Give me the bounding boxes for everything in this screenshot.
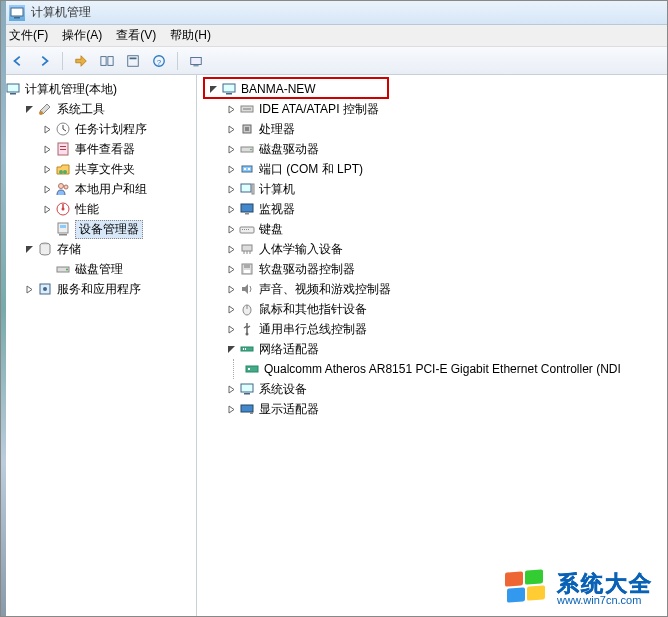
toolbar: ? (1, 47, 667, 75)
help-button[interactable]: ? (148, 50, 170, 72)
tree-device-manager[interactable]: 设备管理器 (37, 219, 196, 239)
chevron-right-icon[interactable] (225, 203, 237, 215)
app-icon (9, 5, 25, 21)
chevron-right-icon[interactable] (225, 323, 237, 335)
svg-rect-31 (223, 84, 235, 92)
tree-system-tools[interactable]: 系统工具 (19, 99, 196, 119)
device-usb[interactable]: 通用串行总线控制器 (221, 319, 667, 339)
chevron-down-icon[interactable] (207, 83, 219, 95)
device-mice[interactable]: 鼠标和其他指针设备 (221, 299, 667, 319)
menubar: 文件(F) 操作(A) 查看(V) 帮助(H) (1, 25, 667, 47)
tree-shared-folders[interactable]: 共享文件夹 (37, 159, 196, 179)
port-icon (239, 161, 255, 177)
chevron-down-icon[interactable] (225, 343, 237, 355)
svg-rect-25 (60, 225, 66, 228)
watermark-logo (505, 570, 551, 608)
svg-rect-60 (245, 348, 246, 350)
device-label: IDE ATA/ATAPI 控制器 (259, 101, 379, 118)
nic-icon (244, 361, 260, 377)
device-floppy-ctrl[interactable]: 软盘驱动器控制器 (221, 259, 667, 279)
chevron-right-icon[interactable] (41, 183, 53, 195)
chevron-right-icon[interactable] (41, 163, 53, 175)
computer-icon (221, 81, 237, 97)
device-mgr-icon (55, 221, 71, 237)
menu-file[interactable]: 文件(F) (9, 27, 48, 44)
chevron-right-icon[interactable] (41, 203, 53, 215)
device-sound[interactable]: 声音、视频和游戏控制器 (221, 279, 667, 299)
chevron-right-icon[interactable] (225, 103, 237, 115)
chevron-down-icon[interactable] (23, 103, 35, 115)
svg-rect-61 (246, 366, 258, 372)
device-cpu[interactable]: 处理器 (221, 119, 667, 139)
device-system-devices[interactable]: 系统设备 (221, 379, 667, 399)
svg-rect-32 (226, 93, 232, 95)
properties-button[interactable] (122, 50, 144, 72)
device-disk-drives[interactable]: 磁盘驱动器 (221, 139, 667, 159)
tree-label: 设备管理器 (75, 220, 143, 239)
computer-mgmt-icon (5, 81, 21, 97)
chevron-right-icon[interactable] (41, 143, 53, 155)
back-button[interactable] (7, 50, 29, 72)
svg-rect-48 (244, 229, 245, 230)
device-computer[interactable]: 计算机 (221, 179, 667, 199)
menu-view[interactable]: 查看(V) (116, 27, 156, 44)
chevron-right-icon[interactable] (225, 123, 237, 135)
chevron-right-icon[interactable] (41, 123, 53, 135)
device-label: 人体学输入设备 (259, 241, 343, 258)
up-button[interactable] (70, 50, 92, 72)
forward-button[interactable] (33, 50, 55, 72)
tree-performance[interactable]: 性能 (37, 199, 196, 219)
svg-rect-66 (250, 412, 253, 414)
chevron-right-icon[interactable] (225, 163, 237, 175)
cpu-icon (239, 121, 255, 137)
tree-root[interactable]: 计算机管理(本地) (1, 79, 196, 99)
menu-action[interactable]: 操作(A) (62, 27, 102, 44)
chevron-right-icon[interactable] (225, 303, 237, 315)
device-network[interactable]: 网络适配器 (221, 339, 667, 359)
tree-local-users[interactable]: 本地用户和组 (37, 179, 196, 199)
device-ide[interactable]: IDE ATA/ATAPI 控制器 (221, 99, 667, 119)
tree-task-scheduler[interactable]: 任务计划程序 (37, 119, 196, 139)
svg-point-17 (59, 170, 63, 174)
chevron-right-icon[interactable] (225, 403, 237, 415)
device-nic-item[interactable]: Qualcomm Atheros AR8151 PCI-E Gigabit Et… (244, 359, 667, 379)
refresh-button[interactable] (185, 50, 207, 72)
svg-rect-43 (252, 184, 254, 194)
chevron-right-icon[interactable] (225, 283, 237, 295)
svg-rect-51 (242, 245, 252, 251)
device-label: 监视器 (259, 201, 295, 218)
svg-rect-5 (130, 57, 137, 59)
device-ports[interactable]: 端口 (COM 和 LPT) (221, 159, 667, 179)
clock-icon (55, 121, 71, 137)
device-label: 通用串行总线控制器 (259, 321, 367, 338)
device-root[interactable]: BANMA-NEW (203, 79, 667, 99)
chevron-down-icon[interactable] (23, 243, 35, 255)
tree-event-viewer[interactable]: 事件查看器 (37, 139, 196, 159)
floppy-icon (239, 261, 255, 277)
chevron-right-icon[interactable] (225, 223, 237, 235)
mouse-icon (239, 301, 255, 317)
tree-label: 事件查看器 (75, 141, 135, 158)
menu-help[interactable]: 帮助(H) (170, 27, 211, 44)
tree-disk-mgmt[interactable]: 磁盘管理 (37, 259, 196, 279)
chevron-right-icon[interactable] (23, 283, 35, 295)
device-label: 计算机 (259, 181, 295, 198)
tree-label: 系统工具 (57, 101, 105, 118)
device-display-adapters[interactable]: 显示适配器 (221, 399, 667, 419)
device-hid[interactable]: 人体学输入设备 (221, 239, 667, 259)
tree-storage[interactable]: 存储 (19, 239, 196, 259)
device-monitors[interactable]: 监视器 (221, 199, 667, 219)
device-label: 显示适配器 (259, 401, 319, 418)
showhide-button[interactable] (96, 50, 118, 72)
sysdev-icon (239, 381, 255, 397)
chevron-right-icon[interactable] (225, 383, 237, 395)
chevron-right-icon[interactable] (225, 143, 237, 155)
tree-services[interactable]: 服务和应用程序 (19, 279, 196, 299)
chevron-right-icon[interactable] (225, 243, 237, 255)
chevron-right-icon[interactable] (225, 183, 237, 195)
device-keyboards[interactable]: 键盘 (221, 219, 667, 239)
svg-point-28 (66, 269, 68, 271)
svg-rect-39 (242, 166, 252, 172)
device-label: 声音、视频和游戏控制器 (259, 281, 391, 298)
chevron-right-icon[interactable] (225, 263, 237, 275)
